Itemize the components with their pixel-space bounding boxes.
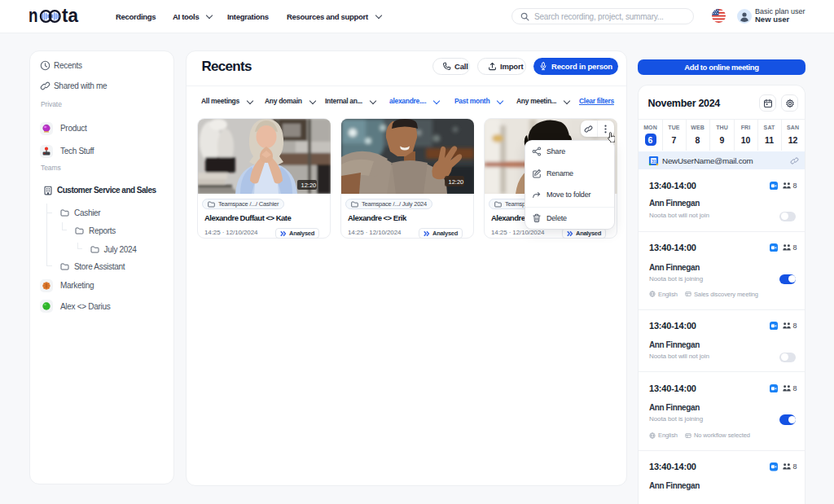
svg-text:31: 31: [652, 158, 656, 163]
svg-text:12:20: 12:20: [301, 182, 317, 189]
svg-text:n: n: [29, 6, 38, 26]
svg-text:12:20: 12:20: [449, 177, 464, 185]
svg-text:ta: ta: [62, 6, 78, 26]
